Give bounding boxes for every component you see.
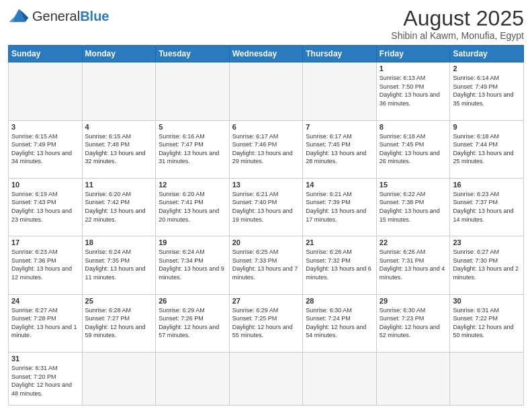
empty-cell [82, 352, 156, 405]
header: GeneralBlue August 2025 Shibin al Kawm, … [8, 7, 524, 41]
day-19: 19 Sunrise: 6:24 AMSunset: 7:34 PMDaylig… [156, 236, 230, 294]
header-thursday: Thursday [303, 46, 377, 62]
empty-cell [156, 352, 230, 405]
table-row: 17 Sunrise: 6:23 AMSunset: 7:36 PMDaylig… [9, 236, 524, 294]
empty-cell [303, 352, 377, 405]
day-6: 6 Sunrise: 6:17 AMSunset: 7:46 PMDayligh… [229, 120, 303, 178]
day-18: 18 Sunrise: 6:24 AMSunset: 7:35 PMDaylig… [82, 236, 156, 294]
header-monday: Monday [82, 46, 156, 62]
empty-cell [156, 62, 230, 120]
header-tuesday: Tuesday [156, 46, 230, 62]
day-16: 16 Sunrise: 6:23 AMSunset: 7:37 PMDaylig… [450, 178, 524, 236]
weekday-header-row: Sunday Monday Tuesday Wednesday Thursday… [9, 46, 524, 62]
day-9: 9 Sunrise: 6:18 AMSunset: 7:44 PMDayligh… [450, 120, 524, 178]
logo-text: GeneralBlue [32, 9, 109, 24]
header-friday: Friday [376, 46, 450, 62]
day-13: 13 Sunrise: 6:21 AMSunset: 7:40 PMDaylig… [229, 178, 303, 236]
header-wednesday: Wednesday [229, 46, 303, 62]
empty-cell [376, 352, 450, 405]
day-29: 29 Sunrise: 6:30 AMSunset: 7:23 PMDaylig… [376, 294, 450, 352]
month-title: August 2025 [391, 7, 524, 30]
logo-icon [8, 7, 30, 26]
table-row: 10 Sunrise: 6:19 AMSunset: 7:43 PMDaylig… [9, 178, 524, 236]
day-30: 30 Sunrise: 6:31 AMSunset: 7:22 PMDaylig… [450, 294, 524, 352]
day-12: 12 Sunrise: 6:20 AMSunset: 7:41 PMDaylig… [156, 178, 230, 236]
table-row: 3 Sunrise: 6:15 AMSunset: 7:49 PMDayligh… [9, 120, 524, 178]
day-1: 1 Sunrise: 6:13 AMSunset: 7:50 PMDayligh… [376, 62, 450, 120]
header-sunday: Sunday [9, 46, 83, 62]
empty-cell [9, 62, 83, 120]
empty-cell [303, 62, 377, 120]
day-31: 31 Sunrise: 6:31 AMSunset: 7:20 PMDaylig… [9, 352, 83, 405]
empty-cell [229, 62, 303, 120]
day-3: 3 Sunrise: 6:15 AMSunset: 7:49 PMDayligh… [9, 120, 83, 178]
logo: GeneralBlue [8, 7, 109, 26]
title-block: August 2025 Shibin al Kawm, Monufia, Egy… [391, 7, 524, 41]
day-8: 8 Sunrise: 6:18 AMSunset: 7:45 PMDayligh… [376, 120, 450, 178]
day-17: 17 Sunrise: 6:23 AMSunset: 7:36 PMDaylig… [9, 236, 83, 294]
day-11: 11 Sunrise: 6:20 AMSunset: 7:42 PMDaylig… [82, 178, 156, 236]
day-23: 23 Sunrise: 6:27 AMSunset: 7:30 PMDaylig… [450, 236, 524, 294]
day-4: 4 Sunrise: 6:15 AMSunset: 7:48 PMDayligh… [82, 120, 156, 178]
day-15: 15 Sunrise: 6:22 AMSunset: 7:38 PMDaylig… [376, 178, 450, 236]
table-row: 31 Sunrise: 6:31 AMSunset: 7:20 PMDaylig… [9, 352, 524, 405]
day-25: 25 Sunrise: 6:28 AMSunset: 7:27 PMDaylig… [82, 294, 156, 352]
day-2: 2 Sunrise: 6:14 AMSunset: 7:49 PMDayligh… [450, 62, 524, 120]
table-row: 24 Sunrise: 6:27 AMSunset: 7:28 PMDaylig… [9, 294, 524, 352]
day-10: 10 Sunrise: 6:19 AMSunset: 7:43 PMDaylig… [9, 178, 83, 236]
day-27: 27 Sunrise: 6:29 AMSunset: 7:25 PMDaylig… [229, 294, 303, 352]
day-5: 5 Sunrise: 6:16 AMSunset: 7:47 PMDayligh… [156, 120, 230, 178]
day-26: 26 Sunrise: 6:29 AMSunset: 7:26 PMDaylig… [156, 294, 230, 352]
day-7: 7 Sunrise: 6:17 AMSunset: 7:45 PMDayligh… [303, 120, 377, 178]
day-20: 20 Sunrise: 6:25 AMSunset: 7:33 PMDaylig… [229, 236, 303, 294]
day-14: 14 Sunrise: 6:21 AMSunset: 7:39 PMDaylig… [303, 178, 377, 236]
empty-cell [450, 352, 524, 405]
calendar: Sunday Monday Tuesday Wednesday Thursday… [8, 45, 524, 406]
day-22: 22 Sunrise: 6:26 AMSunset: 7:31 PMDaylig… [376, 236, 450, 294]
empty-cell [229, 352, 303, 405]
day-28: 28 Sunrise: 6:30 AMSunset: 7:24 PMDaylig… [303, 294, 377, 352]
day-24: 24 Sunrise: 6:27 AMSunset: 7:28 PMDaylig… [9, 294, 83, 352]
empty-cell [82, 62, 156, 120]
header-saturday: Saturday [450, 46, 524, 62]
subtitle: Shibin al Kawm, Monufia, Egypt [391, 30, 524, 41]
table-row: 1 Sunrise: 6:13 AMSunset: 7:50 PMDayligh… [9, 62, 524, 120]
day-21: 21 Sunrise: 6:26 AMSunset: 7:32 PMDaylig… [303, 236, 377, 294]
